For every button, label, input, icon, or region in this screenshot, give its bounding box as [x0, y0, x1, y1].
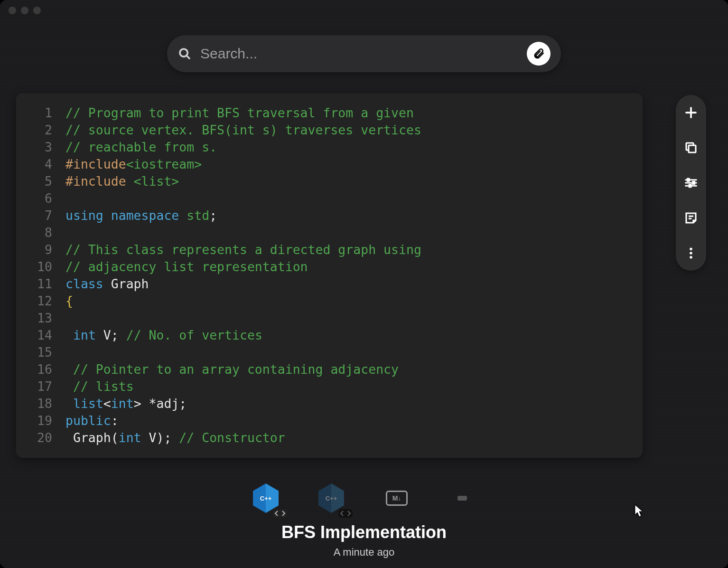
- line-number: 2: [28, 122, 52, 139]
- code-content: public:: [65, 412, 630, 429]
- line-number: 11: [28, 275, 52, 293]
- code-line: 19public:: [28, 412, 630, 429]
- line-number: 14: [28, 327, 52, 344]
- code-content: list<int> *adj;: [65, 395, 630, 412]
- code-line: 12{: [28, 293, 630, 310]
- line-number: 17: [28, 378, 52, 395]
- code-content: using namespace std;: [65, 207, 630, 224]
- svg-line-1: [187, 56, 189, 58]
- code-content: [65, 344, 630, 361]
- code-content: // reachable from s.: [65, 139, 630, 156]
- svg-rect-9: [693, 182, 695, 184]
- code-line: 2// source vertex. BFS(int s) traverses …: [28, 122, 630, 139]
- file-thumb-cpp[interactable]: C++: [315, 482, 348, 515]
- code-content: // adjacency list representation: [65, 258, 630, 275]
- code-line: 17 // lists: [28, 378, 630, 395]
- traffic-light-min[interactable]: [21, 7, 28, 14]
- line-number: 8: [28, 224, 52, 241]
- code-content: // Pointer to an array containing adjace…: [65, 361, 630, 378]
- markdown-icon: M↓: [392, 494, 401, 502]
- code-content: // source vertex. BFS(int s) traverses v…: [65, 122, 630, 139]
- line-number: 1: [28, 104, 52, 122]
- code-line: 16 // Pointer to an array containing adj…: [28, 361, 630, 378]
- code-content: Graph(int V); // Constructor: [65, 429, 630, 446]
- footer: C++ C++ M↓ BFS Implementation A minute a…: [0, 482, 728, 559]
- search-bar[interactable]: [167, 35, 561, 72]
- line-number: 19: [28, 412, 52, 429]
- code-line: 11class Graph: [28, 275, 630, 293]
- code-content: [65, 190, 630, 207]
- traffic-light-max[interactable]: [33, 7, 41, 14]
- more-button[interactable]: [684, 246, 698, 260]
- code-line: 9// This class represents a directed gra…: [28, 241, 630, 258]
- traffic-light-close[interactable]: [9, 7, 16, 14]
- code-content: [65, 224, 630, 241]
- code-content: // Program to print BFS traversal from a…: [65, 104, 630, 122]
- code-line: 15: [28, 344, 630, 361]
- code-line: 1// Program to print BFS traversal from …: [28, 104, 630, 122]
- svg-rect-4: [689, 145, 696, 152]
- code-line: 7using namespace std;: [28, 207, 630, 224]
- code-panel[interactable]: 1// Program to print BFS traversal from …: [16, 93, 643, 458]
- code-content: #include<iostream>: [65, 156, 630, 173]
- code-content: #include <list>: [65, 173, 630, 190]
- code-line: 8: [28, 224, 630, 241]
- line-number: 7: [28, 207, 52, 224]
- line-number: 10: [28, 258, 52, 275]
- search-icon: [177, 47, 192, 61]
- file-title: BFS Implementation: [281, 522, 447, 542]
- svg-rect-10: [689, 185, 691, 187]
- line-number: 5: [28, 173, 52, 190]
- file-timestamp: A minute ago: [334, 546, 394, 559]
- code-content: // lists: [65, 378, 630, 395]
- add-button[interactable]: [684, 105, 698, 120]
- file-thumbnails: C++ C++ M↓: [249, 482, 479, 515]
- line-number: 15: [28, 344, 52, 361]
- code-line: 3// reachable from s.: [28, 139, 630, 156]
- svg-point-14: [690, 252, 692, 255]
- line-number: 3: [28, 139, 52, 156]
- search-input[interactable]: [199, 45, 519, 62]
- code-content: {: [65, 293, 630, 310]
- code-line: 5#include <list>: [28, 173, 630, 190]
- note-button[interactable]: [684, 211, 698, 225]
- line-number: 13: [28, 310, 52, 327]
- line-number: 20: [28, 429, 52, 446]
- code-line: 13: [28, 310, 630, 327]
- code-line: 6: [28, 190, 630, 207]
- svg-point-15: [690, 256, 692, 259]
- svg-point-13: [690, 248, 692, 251]
- settings-button[interactable]: [684, 176, 698, 190]
- code-content: // This class represents a directed grap…: [65, 241, 630, 258]
- code-line: 20 Graph(int V); // Constructor: [28, 429, 630, 446]
- line-number: 6: [28, 190, 52, 207]
- code-line: 10// adjacency list representation: [28, 258, 630, 275]
- line-number: 12: [28, 293, 52, 310]
- attach-button[interactable]: [527, 42, 551, 66]
- code-content: class Graph: [65, 275, 630, 293]
- app-window: 1// Program to print BFS traversal from …: [0, 0, 728, 568]
- actions-bar: [676, 95, 706, 271]
- line-number: 9: [28, 241, 52, 258]
- file-thumb-cpp-active[interactable]: C++: [249, 482, 282, 515]
- code-line: 4#include<iostream>: [28, 156, 630, 173]
- file-thumb-misc[interactable]: [446, 482, 479, 515]
- file-thumb-markdown[interactable]: M↓: [380, 482, 413, 515]
- line-number: 4: [28, 156, 52, 173]
- line-number: 16: [28, 361, 52, 378]
- code-content: [65, 310, 630, 327]
- code-line: 18 list<int> *adj;: [28, 395, 630, 412]
- svg-rect-8: [688, 179, 690, 181]
- code-line: 14 int V; // No. of vertices: [28, 327, 630, 344]
- code-content: int V; // No. of vertices: [65, 327, 630, 344]
- line-number: 18: [28, 395, 52, 412]
- titlebar: [0, 0, 728, 21]
- copy-button[interactable]: [684, 141, 698, 155]
